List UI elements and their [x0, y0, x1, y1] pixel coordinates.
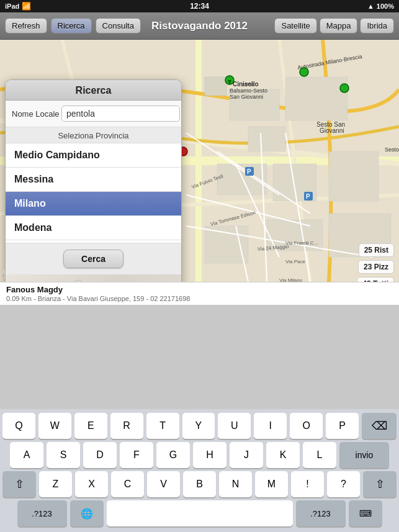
province-list: Medio Campidano Messina Milano Modena Mo…: [6, 143, 181, 243]
emoji-key[interactable]: 🌐: [70, 500, 104, 526]
keyboard-row-3: ⇧ Z X C V B N M ! ? ⇧: [2, 471, 397, 497]
result-strip[interactable]: Fanous Magdy 0.09 Km - Brianza - Via Bav…: [0, 282, 399, 305]
key-N[interactable]: N: [219, 471, 252, 497]
field-label: Nome Locale: [12, 109, 61, 119]
key-Q[interactable]: Q: [2, 413, 35, 439]
key-B[interactable]: B: [183, 471, 216, 497]
svg-rect-21: [205, 226, 248, 263]
key-M[interactable]: M: [255, 471, 288, 497]
map-area[interactable]: SP58 SP58 SP5 A4 E64 A52 Cinisello Balsa…: [0, 40, 399, 282]
key-T[interactable]: T: [146, 413, 179, 439]
province-item-3[interactable]: Modena: [6, 216, 181, 240]
panel-title: Ricerca: [6, 80, 181, 101]
delete-key[interactable]: ⌫: [362, 413, 397, 439]
rist-badge[interactable]: 25 Rist: [359, 243, 394, 257]
svg-point-69: [72, 280, 84, 282]
key-P[interactable]: P: [326, 413, 359, 439]
svg-text:Balsamo-Sesto: Balsamo-Sesto: [230, 88, 267, 94]
keyboard: Q W E R T Y U I O P ⌫ A S D F G H J K L …: [0, 409, 399, 532]
key-U[interactable]: U: [218, 413, 251, 439]
svg-point-71: [88, 282, 99, 282]
svg-text:Via Pace: Via Pace: [285, 259, 305, 264]
search-button[interactable]: Ricerca: [51, 18, 92, 34]
toolbar-right-buttons: Satellite Mappa Ibrida: [274, 18, 394, 34]
battery-percent: 100%: [377, 2, 394, 10]
status-left: iPad 📶: [5, 2, 31, 11]
keyboard-row-1: Q W E R T Y U I O P ⌫: [2, 413, 397, 439]
key-F[interactable]: F: [120, 442, 153, 468]
svg-point-49: [340, 84, 349, 92]
svg-text:San Giovanni: San Giovanni: [230, 94, 263, 100]
province-item-2[interactable]: Milano: [6, 192, 181, 216]
shift-key[interactable]: ⇧: [2, 471, 36, 497]
status-bar: iPad 📶 12:34 ▲ 100%: [0, 0, 399, 12]
svg-rect-16: [248, 127, 285, 151]
key-question[interactable]: ?: [327, 471, 360, 497]
svg-text:Cinisello: Cinisello: [233, 81, 259, 88]
key-A[interactable]: A: [10, 442, 43, 468]
ibrida-button[interactable]: Ibrida: [360, 18, 394, 34]
key-J[interactable]: J: [230, 442, 263, 468]
satellite-button[interactable]: Satellite: [274, 18, 316, 34]
cutlery-svg: [56, 276, 131, 282]
search-panel: Ricerca Nome Locale Seleziona Provincia …: [5, 79, 182, 282]
mappa-button[interactable]: Mappa: [320, 18, 358, 34]
key-D[interactable]: D: [83, 442, 117, 468]
numbers-right-key[interactable]: .?123: [296, 500, 346, 526]
svg-text:P: P: [247, 168, 251, 175]
result-name: Fanous Magdy: [6, 285, 190, 294]
keyboard-row-2: A S D F G H J K L invio: [2, 442, 397, 468]
signal-icon: ▲: [367, 2, 374, 10]
key-H[interactable]: H: [193, 442, 226, 468]
device-label: iPad: [5, 2, 19, 10]
svg-point-48: [300, 68, 308, 76]
svg-rect-19: [329, 151, 379, 201]
result-detail: 0.09 Km - Brianza - Via Bavari Giuseppe,…: [6, 295, 190, 302]
province-item-0[interactable]: Medio Campidano: [6, 143, 181, 168]
key-R[interactable]: R: [110, 413, 143, 439]
pizz-badge[interactable]: 23 Pizz: [358, 260, 394, 274]
tutti-badge[interactable]: 48 Tutti: [357, 277, 394, 282]
return-key[interactable]: invio: [339, 442, 389, 468]
space-key[interactable]: [107, 500, 293, 526]
key-E[interactable]: E: [74, 413, 107, 439]
svg-text:Giovanni: Giovanni: [320, 127, 344, 134]
svg-text:Via Milano: Via Milano: [279, 277, 303, 282]
keyboard-icon-key[interactable]: ⌨: [349, 500, 382, 526]
consult-button[interactable]: Consulta: [96, 18, 141, 34]
key-V[interactable]: V: [147, 471, 180, 497]
numbers-left-key[interactable]: .?123: [17, 500, 67, 526]
province-item-1[interactable]: Messina: [6, 168, 181, 192]
key-K[interactable]: K: [266, 442, 300, 468]
key-X[interactable]: X: [75, 471, 108, 497]
key-C[interactable]: C: [111, 471, 144, 497]
refresh-button[interactable]: Refresh: [5, 18, 47, 34]
toolbar: Refresh Ricerca Consulta Ristovagando 20…: [0, 12, 399, 40]
wifi-icon: 📶: [22, 2, 31, 11]
cerca-button[interactable]: Cerca: [63, 250, 123, 268]
panel-cutlery-image: [6, 274, 181, 282]
svg-rect-14: [285, 77, 347, 120]
toolbar-left-buttons: Refresh Ricerca Consulta: [5, 18, 141, 34]
app-title: Ristovagando 2012: [151, 20, 248, 32]
svg-text:Sesto Sa...: Sesto Sa...: [385, 147, 399, 153]
svg-text:Via Fratelli C...: Via Fratelli C...: [285, 240, 318, 246]
field-row: Nome Locale: [6, 101, 181, 127]
status-right: ▲ 100%: [367, 2, 394, 10]
nome-locale-input[interactable]: [61, 106, 180, 122]
key-G[interactable]: G: [156, 442, 190, 468]
key-O[interactable]: O: [290, 413, 323, 439]
status-time: 12:34: [190, 2, 209, 11]
key-S[interactable]: S: [47, 442, 80, 468]
provincia-label: Seleziona Provincia: [6, 127, 181, 143]
key-I[interactable]: I: [254, 413, 287, 439]
key-W[interactable]: W: [38, 413, 71, 439]
key-Z[interactable]: Z: [39, 471, 72, 497]
key-exclaim[interactable]: !: [291, 471, 324, 497]
key-L[interactable]: L: [303, 442, 336, 468]
shift-right-key[interactable]: ⇧: [363, 471, 397, 497]
keyboard-row-4: .?123 🌐 .?123 ⌨: [2, 500, 397, 526]
svg-text:P: P: [306, 193, 310, 200]
cerca-row: Cerca: [6, 243, 181, 274]
key-Y[interactable]: Y: [182, 413, 215, 439]
